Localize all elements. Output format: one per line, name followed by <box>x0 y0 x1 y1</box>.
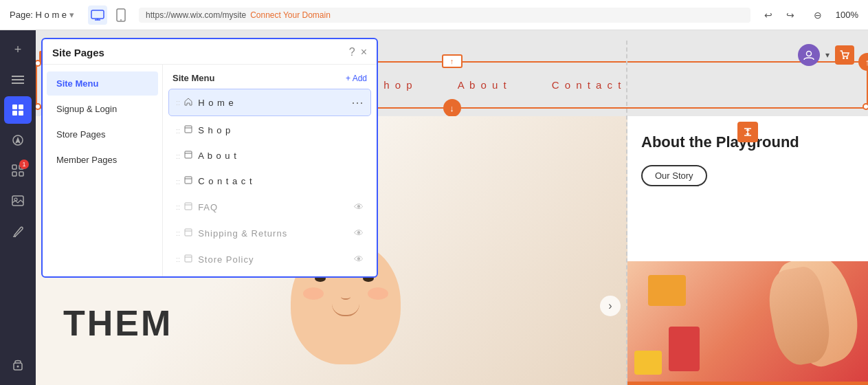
mobile-icon[interactable] <box>111 6 131 25</box>
svg-rect-0 <box>91 10 104 19</box>
drag-handle-icon: :: <box>176 98 180 107</box>
resize-handle-upload[interactable]: ↑ <box>858 53 868 71</box>
redo-button[interactable]: ↪ <box>781 6 800 25</box>
canvas-right-panel: About the Playground Our Story <box>627 116 868 385</box>
sidebar-layers-icon[interactable] <box>4 96 32 124</box>
page-chevron-icon[interactable]: ▾ <box>69 10 74 20</box>
svg-rect-9 <box>19 104 23 109</box>
topbar: Page: H o m e ▾ https://www.wix.com/mysi… <box>0 0 868 30</box>
sidebar-media-icon[interactable] <box>4 187 32 214</box>
drag-handle-icon: :: <box>176 177 180 186</box>
vertical-distribute-button[interactable] <box>737 122 758 142</box>
sidebar-menu-icon[interactable] <box>4 66 32 94</box>
panel-body: Site Menu Signup & Login Store Pages Mem… <box>43 65 377 276</box>
about-page-icon <box>184 151 192 161</box>
panel-content-header: Site Menu + Add <box>168 70 371 89</box>
panel-header: Site Pages ? × <box>43 39 377 65</box>
shop-page-icon <box>184 125 192 135</box>
page-name-about: A b o u t <box>198 151 364 161</box>
page-name-contact: C o n t a c t <box>198 176 364 186</box>
svg-point-35 <box>843 57 845 59</box>
orange-bottom-bar <box>627 382 868 385</box>
zoom-level: 100% <box>836 10 858 20</box>
sidebar-apps-icon[interactable]: 1 <box>4 157 32 184</box>
undo-redo-group: ↩ ↪ <box>759 6 800 25</box>
drag-handle-icon: :: <box>176 203 180 211</box>
nav-link-about[interactable]: A b o u t <box>436 74 530 96</box>
panel-nav-signup[interactable]: Signup & Login <box>47 97 158 121</box>
playground-image <box>627 261 868 385</box>
svg-rect-28 <box>185 203 192 210</box>
svg-rect-22 <box>185 126 192 133</box>
topbar-right: ↩ ↪ ⊖ 100% <box>759 6 858 25</box>
svg-rect-8 <box>12 104 17 109</box>
device-switcher <box>88 6 131 25</box>
our-story-button[interactable]: Our Story <box>641 165 707 186</box>
home-page-icon <box>184 98 192 108</box>
connect-domain-link[interactable]: Connect Your Domain <box>250 10 331 20</box>
sidebar-add-icon[interactable]: + <box>4 36 32 63</box>
page-item-storepolicy[interactable]: :: Store Policy 👁 <box>168 248 371 271</box>
page-item-about[interactable]: :: A b o u t <box>168 144 371 167</box>
svg-rect-10 <box>12 111 17 116</box>
canvas-right-border <box>626 41 627 385</box>
desktop-icon[interactable] <box>88 6 107 25</box>
svg-point-4 <box>120 19 122 21</box>
page-item-shipping[interactable]: :: Shipping & Returns 👁 <box>168 221 371 245</box>
shipping-page-icon <box>184 228 192 239</box>
panel-content: Site Menu + Add :: H o m e ⋯ :: <box>163 65 377 276</box>
avatar-chevron-icon[interactable]: ▾ <box>825 50 830 60</box>
storepolicy-page-icon <box>184 254 192 265</box>
sidebar-lock-icon[interactable] <box>4 351 32 378</box>
drag-handle-icon: :: <box>176 255 180 263</box>
page-name-home: H o m e <box>198 98 351 108</box>
sidebar-draw-icon[interactable] <box>4 217 32 245</box>
faq-page-icon <box>184 202 192 212</box>
svg-point-34 <box>807 52 812 56</box>
page-visibility-icon: 👁 <box>354 228 364 239</box>
apps-badge: 1 <box>19 160 29 169</box>
panel-nav: Site Menu Signup & Login Store Pages Mem… <box>43 65 163 276</box>
page-name-shipping: Shipping & Returns <box>198 228 354 239</box>
svg-rect-15 <box>12 172 16 176</box>
contact-page-icon <box>184 176 192 186</box>
panel-nav-member[interactable]: Member Pages <box>47 148 158 172</box>
page-label: Page: H o m e <box>10 10 67 20</box>
panel-nav-site-menu[interactable]: Site Menu <box>47 72 158 96</box>
user-avatar[interactable] <box>798 44 820 66</box>
page-list: :: H o m e ⋯ :: S h o p :: <box>168 89 371 271</box>
page-item-faq[interactable]: :: FAQ 👁 <box>168 195 371 219</box>
svg-rect-26 <box>185 177 192 184</box>
panel-title: Site Pages <box>52 47 104 58</box>
page-item-shop[interactable]: :: S h o p <box>168 119 371 142</box>
resize-handle-download[interactable]: ↓ <box>443 99 461 117</box>
svg-point-18 <box>14 198 17 201</box>
page-selector[interactable]: Page: H o m e ▾ <box>10 10 74 20</box>
upload-handle-top[interactable]: ↑ <box>442 54 463 68</box>
svg-rect-30 <box>185 229 192 236</box>
hero-text: THEM <box>63 302 173 344</box>
url-text: https://www.wix.com/mysite <box>146 10 246 20</box>
drag-handle-icon: :: <box>176 126 180 135</box>
page-visibility-icon: 👁 <box>354 201 364 212</box>
svg-point-21 <box>17 366 19 368</box>
page-item-home[interactable]: :: H o m e ⋯ <box>168 89 371 116</box>
page-more-icon[interactable]: ⋯ <box>351 95 364 110</box>
sidebar-theme-icon[interactable] <box>4 126 32 154</box>
next-arrow-button[interactable]: › <box>600 296 621 316</box>
panel-nav-store[interactable]: Store Pages <box>47 122 158 146</box>
svg-rect-11 <box>19 111 23 116</box>
undo-button[interactable]: ↩ <box>759 6 778 25</box>
drag-handle-icon: :: <box>176 229 180 237</box>
url-bar: https://www.wix.com/mysite Connect Your … <box>139 8 750 23</box>
panel-help-icon[interactable]: ? <box>349 46 355 58</box>
panel-close-icon[interactable]: × <box>361 46 367 58</box>
svg-rect-24 <box>185 151 192 158</box>
cart-icon[interactable] <box>835 45 854 65</box>
svg-rect-32 <box>185 255 192 262</box>
page-name-faq: FAQ <box>198 202 354 212</box>
page-visibility-icon: 👁 <box>354 254 364 265</box>
page-item-contact[interactable]: :: C o n t a c t <box>168 170 371 192</box>
zoom-menu-icon[interactable]: ⊖ <box>808 6 827 25</box>
add-page-button[interactable]: + Add <box>346 74 367 83</box>
